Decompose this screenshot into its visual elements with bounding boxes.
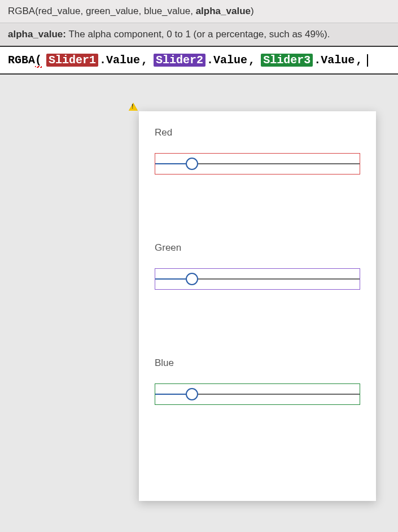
slider-red[interactable] [155, 153, 360, 175]
signature-text-suffix: ) [251, 6, 254, 16]
slider-group-green: Green [155, 242, 360, 290]
slider-label-blue: Blue [155, 357, 360, 369]
formula-prop-3: .Value [314, 54, 355, 67]
warning-icon [129, 103, 138, 111]
formula-control-ref-slider2: Slider2 [154, 54, 205, 67]
formula-control-ref-slider1: Slider1 [46, 54, 98, 67]
signature-active-param: alpha_value [196, 6, 251, 16]
slider-thumb[interactable] [186, 158, 198, 170]
formula-open-paren: ( [35, 54, 42, 67]
param-name: alpha_value: [8, 29, 66, 40]
slider-thumb[interactable] [186, 388, 198, 400]
text-cursor [367, 54, 368, 67]
slider-track-rest [192, 278, 360, 280]
slider-track-rest [192, 163, 360, 164]
formula-prop-2: .Value [207, 54, 247, 67]
canvas-area[interactable]: Red Green Blue [0, 75, 398, 522]
signature-text-prefix: RGBA(red_value, green_value, blue_value, [8, 6, 196, 16]
slider-track-rest [192, 394, 360, 395]
slider-blue[interactable] [155, 383, 360, 405]
slider-group-red: Red [155, 127, 360, 175]
formula-fn-name: RGBA [8, 54, 35, 67]
slider-group-blue: Blue [155, 357, 360, 405]
intellisense-param-desc: alpha_value: The alpha component, 0 to 1… [0, 23, 398, 47]
formula-comma-2: , [248, 54, 255, 67]
param-desc: The alpha component, 0 to 1 (or a percen… [66, 29, 330, 40]
slider-thumb[interactable] [186, 273, 198, 285]
formula-comma-1: , [141, 54, 148, 67]
formula-comma-3: , [356, 54, 362, 67]
formula-control-ref-slider3: Slider3 [261, 54, 313, 67]
slider-label-green: Green [155, 242, 360, 254]
slider-green[interactable] [155, 268, 360, 290]
formula-bar[interactable]: RGBA( Slider1.Value, Slider2.Value, Slid… [0, 47, 398, 75]
intellisense-signature: RGBA(red_value, green_value, blue_value,… [0, 0, 398, 23]
form-card[interactable]: Red Green Blue [139, 111, 376, 501]
formula-prop-1: .Value [99, 54, 140, 67]
slider-label-red: Red [155, 127, 360, 138]
